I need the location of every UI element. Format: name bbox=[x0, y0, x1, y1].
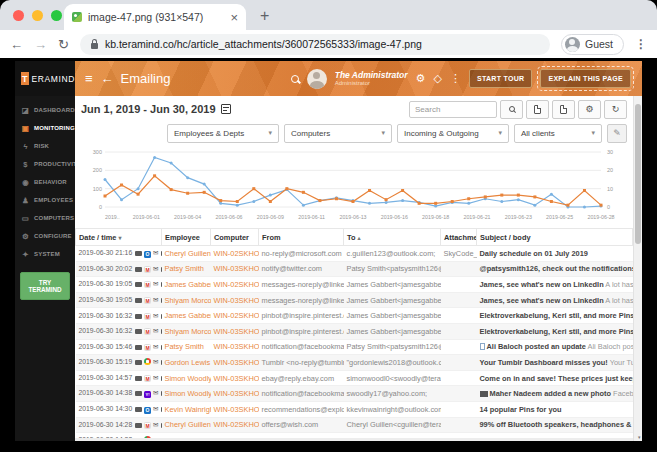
vertical-scrollbar[interactable]: ▾ bbox=[633, 96, 642, 441]
search-input[interactable] bbox=[409, 101, 497, 118]
back-icon[interactable]: ← bbox=[10, 37, 23, 52]
cell-computer[interactable]: WIN-03SKHO... bbox=[211, 386, 259, 402]
header-kebab-icon[interactable]: ⋮ bbox=[450, 72, 461, 85]
table-row[interactable]: 2019-06-30 21:16 O✉Cheryl GuillenWIN-02S… bbox=[76, 246, 633, 262]
column-header-from[interactable]: From bbox=[259, 229, 344, 246]
cell-computer[interactable]: WIN-02SKHO... bbox=[211, 246, 259, 262]
sidebar-item-label: SYSTEM bbox=[34, 251, 60, 257]
new-tab-button[interactable]: + bbox=[260, 7, 269, 25]
cell-computer[interactable]: WIN-03SKHO... bbox=[211, 339, 259, 355]
monitor-icon bbox=[135, 298, 142, 303]
cell-employee[interactable]: Simon Woodly bbox=[162, 386, 211, 402]
cell-computer[interactable]: WIN-03SKHO... bbox=[211, 401, 259, 417]
column-header-attachments[interactable]: Attachments bbox=[441, 229, 477, 246]
gear-icon[interactable]: ⚙ bbox=[416, 72, 426, 85]
sidebar-item-behavior[interactable]: ◉BEHAVIOR bbox=[15, 173, 75, 191]
cell-computer[interactable]: WIN-02SKHO... bbox=[211, 277, 259, 293]
sidebar-item-dashboards[interactable]: ◪DASHBOARDS bbox=[15, 101, 75, 119]
calendar-icon[interactable] bbox=[221, 104, 231, 114]
cell-computer[interactable]: WIN-03SKHO... bbox=[211, 261, 259, 277]
attachment-filter-button[interactable]: ✎ bbox=[607, 124, 627, 143]
search-icon[interactable] bbox=[291, 75, 299, 83]
avatar[interactable] bbox=[307, 69, 327, 89]
search-button[interactable] bbox=[500, 100, 523, 119]
sidebar-item-monitoring[interactable]: ▣MONITORING bbox=[15, 119, 75, 137]
refresh-button[interactable]: ↻ bbox=[604, 100, 627, 119]
column-header-computer[interactable]: Computer bbox=[211, 229, 259, 246]
filter-select-clients[interactable]: All clients▾ bbox=[514, 124, 602, 143]
envelope-icon: ✉ bbox=[153, 389, 158, 396]
cell-computer[interactable]: WIN-03SKHO... bbox=[211, 292, 259, 308]
try-teramind-button[interactable]: TRY TERAMIND bbox=[20, 272, 70, 300]
column-header-subject-body[interactable]: Subject / body bbox=[477, 229, 633, 246]
cell-employee[interactable]: James Gabbert bbox=[162, 277, 211, 293]
column-header-to[interactable]: To ▴ bbox=[344, 229, 441, 246]
sidebar-item-computers[interactable]: ▭COMPUTERS bbox=[15, 209, 75, 227]
cell-employee[interactable]: Shiyam Morcos bbox=[162, 292, 211, 308]
cell-employee[interactable]: Cheryl Guillen bbox=[162, 417, 211, 433]
cell-from: notify@twitter.com bbox=[259, 261, 344, 277]
cell-computer[interactable]: WIN-03SKHO... bbox=[211, 323, 259, 339]
filter-select-computers[interactable]: Computers▾ bbox=[284, 124, 392, 143]
cell-computer[interactable]: WIN-03SKHO... bbox=[211, 355, 259, 371]
cell-employee[interactable]: Patsy Smith bbox=[162, 339, 211, 355]
sidebar-item-employees[interactable]: ♟EMPLOYEES bbox=[15, 191, 75, 209]
export-data-button[interactable] bbox=[552, 100, 575, 119]
table-row[interactable]: 2019-06-30 19:05 M✉Shiyam MorcosWIN-03SK… bbox=[76, 292, 633, 308]
close-window-button[interactable] bbox=[13, 10, 24, 21]
sidebar-item-system[interactable]: ✦SYSTEM bbox=[15, 245, 75, 263]
cell-employee[interactable]: James Gabbert bbox=[162, 308, 211, 324]
start-tour-button[interactable]: START TOUR bbox=[469, 69, 532, 88]
data-point bbox=[104, 195, 107, 198]
table-row[interactable]: 2019-06-30 14:28 M✉Cheryl GuillenWIN-02S… bbox=[76, 417, 633, 433]
filter-select-employees-depts[interactable]: Employees & Depts▾ bbox=[167, 124, 279, 143]
cell-employee[interactable]: Patsy Smith bbox=[162, 261, 211, 277]
horizontal-scrollbar[interactable] bbox=[75, 438, 633, 441]
gmail-icon: M bbox=[144, 375, 151, 382]
table-row[interactable]: 2019-06-30 14:30 O✉Kevin WainrightWIN-03… bbox=[76, 401, 633, 417]
browser-menu-icon[interactable]: ⋮ bbox=[635, 37, 647, 51]
cell-computer[interactable]: WIN-02SKHO... bbox=[211, 308, 259, 324]
minimize-window-button[interactable] bbox=[32, 10, 43, 21]
table-row[interactable]: 2019-06-30 14:38 Y!✉Simon WoodlyWIN-03SK… bbox=[76, 386, 633, 402]
cell-employee[interactable]: Gordon Lewis bbox=[162, 355, 211, 371]
monitor-icon bbox=[135, 407, 142, 412]
sidebar-item-risk[interactable]: ϟRISK bbox=[15, 137, 75, 155]
browser-tab[interactable]: image-47.png (931×547) × bbox=[64, 4, 246, 30]
scrollbar-thumb[interactable] bbox=[635, 104, 641, 244]
table-row[interactable]: 2019-06-30 20:02 M✉Patsy SmithWIN-03SKHO… bbox=[76, 261, 633, 277]
sidebar-item-productivity[interactable]: $PRODUCTIVITY bbox=[15, 155, 75, 173]
forward-icon[interactable]: → bbox=[34, 37, 47, 52]
cell-employee[interactable]: Shiyam Morcos bbox=[162, 323, 211, 339]
filter-select-direction[interactable]: Incoming & Outgoing▾ bbox=[397, 124, 509, 143]
date-range[interactable]: Jun 1, 2019 - Jun 30, 2019 bbox=[81, 103, 216, 115]
table-row[interactable]: 2019-06-30 14:57 M✉Simon WoodlyWIN-03SKH… bbox=[76, 370, 633, 386]
settings-button[interactable]: ⚙ bbox=[578, 100, 601, 119]
scrollbar-down-icon[interactable]: ▾ bbox=[638, 434, 641, 440]
explain-page-button[interactable]: EXPLAIN THIS PAGE bbox=[540, 69, 631, 88]
table-row[interactable]: 2019-06-30 15:46 M✉Patsy SmithWIN-03SKHO… bbox=[76, 339, 633, 355]
tab-close-icon[interactable]: × bbox=[230, 10, 238, 25]
cell-computer[interactable]: WIN-03SKHO... bbox=[211, 370, 259, 386]
envelope-icon: ✉ bbox=[153, 374, 158, 381]
table-row[interactable]: 2019-06-30 19:05 M✉James GabbertWIN-02SK… bbox=[76, 277, 633, 293]
column-header-employee[interactable]: Employee bbox=[162, 229, 211, 246]
table-row[interactable]: 2019-06-30 15:19 ✉Gordon LewisWIN-03SKHO… bbox=[76, 355, 633, 371]
table-row[interactable]: 2019-06-30 16:32 M✉Shiyam MorcosWIN-03SK… bbox=[76, 323, 633, 339]
table-row[interactable]: 2019-06-30 16:32 M✉James GabbertWIN-02SK… bbox=[76, 308, 633, 324]
column-header-date-time[interactable]: Date / time ▾ bbox=[76, 229, 162, 246]
sidebar-item-configure[interactable]: ⚙CONFIGURE bbox=[15, 227, 75, 245]
cell-employee[interactable]: Kevin Wainright bbox=[162, 401, 211, 417]
url-field[interactable]: kb.teramind.co/hc/article_attachments/36… bbox=[80, 34, 550, 55]
cell-computer[interactable]: WIN-02SKHO... bbox=[211, 417, 259, 433]
export-report-button[interactable] bbox=[526, 100, 549, 119]
data-point bbox=[269, 200, 272, 203]
zoom-window-button[interactable] bbox=[51, 10, 62, 21]
hamburger-menu-icon[interactable]: ≡ bbox=[85, 71, 93, 86]
back-arrow-icon[interactable]: ← bbox=[101, 71, 114, 86]
cell-employee[interactable]: Cheryl Guillen bbox=[162, 246, 211, 262]
reload-icon[interactable]: ↻ bbox=[58, 37, 69, 52]
cell-employee[interactable]: Simon Woodly bbox=[162, 370, 211, 386]
profile-button[interactable]: Guest bbox=[561, 34, 624, 55]
help-icon[interactable]: ◇ bbox=[433, 72, 441, 85]
